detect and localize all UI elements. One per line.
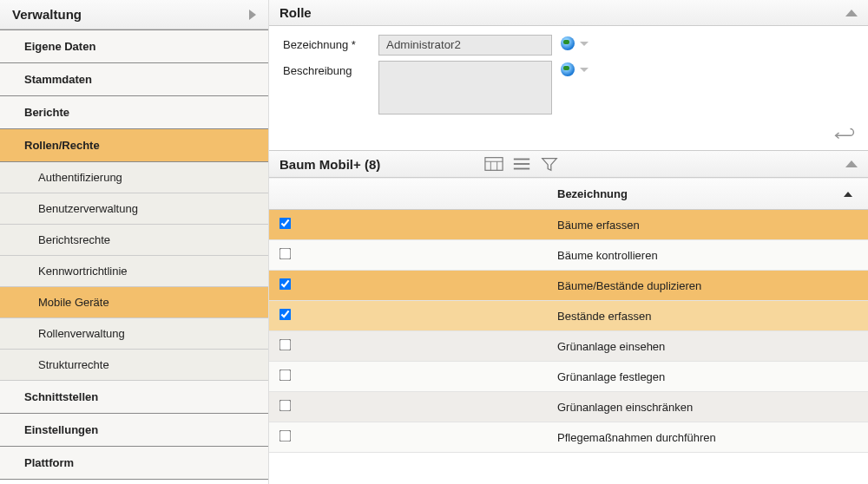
- row-label: Grünanlage festlegen: [557, 370, 665, 383]
- column-bezeichnung[interactable]: Bezeichnung: [557, 187, 628, 200]
- sidebar-sub-mobile-geraete[interactable]: Mobile Geräte: [0, 287, 268, 318]
- sidebar-sub-rollenverwaltung[interactable]: Rollenverwaltung: [0, 318, 268, 350]
- chevron-down-icon[interactable]: [580, 68, 589, 72]
- section-rolle-header: Rolle: [269, 0, 868, 26]
- globe-icon[interactable]: [561, 36, 575, 50]
- row-label: Grünanlage einsehen: [557, 340, 665, 353]
- sidebar-sub-authentifizierung[interactable]: Authentifizierung: [0, 162, 268, 193]
- sidebar: Verwaltung Eigene Daten Stammdaten Beric…: [0, 0, 269, 484]
- row-checkbox[interactable]: [279, 278, 292, 291]
- filter-icon[interactable]: [540, 156, 559, 172]
- sidebar-item-plattform[interactable]: Plattform: [0, 447, 268, 480]
- rolle-form: Bezeichnung * Beschreibung: [269, 26, 868, 125]
- columns-icon[interactable]: [484, 156, 503, 172]
- sidebar-item-eigene-daten[interactable]: Eigene Daten: [0, 29, 268, 63]
- sidebar-item-berichte[interactable]: Berichte: [0, 96, 268, 129]
- row-checkbox[interactable]: [279, 339, 292, 351]
- grid-row[interactable]: Bäume/Bestände duplizieren: [269, 271, 868, 301]
- grid-row[interactable]: Pflegemaßnahmen durchführen: [269, 422, 868, 453]
- grid-row[interactable]: Bestände erfassen: [269, 301, 868, 331]
- sidebar-item-schnittstellen[interactable]: Schnittstellen: [0, 381, 268, 414]
- collapse-permissions-icon[interactable]: [845, 160, 858, 167]
- chevron-down-icon[interactable]: [580, 42, 589, 46]
- grid-row[interactable]: Grünanlage festlegen: [269, 362, 868, 392]
- globe-icon[interactable]: [561, 62, 575, 76]
- sidebar-sub-benutzerverwaltung[interactable]: Benutzerverwaltung: [0, 193, 268, 225]
- sidebar-sub-berichtsrechte[interactable]: Berichtsrechte: [0, 225, 268, 256]
- list-icon[interactable]: [512, 156, 531, 172]
- sort-ascending-icon[interactable]: [844, 192, 852, 197]
- chevron-right-icon[interactable]: [249, 10, 256, 20]
- input-bezeichnung[interactable]: [378, 35, 552, 56]
- sidebar-sub-strukturrechte[interactable]: Strukturrechte: [0, 350, 268, 381]
- label-bezeichnung: Bezeichnung *: [283, 35, 378, 51]
- row-label: Bäume erfassen: [557, 219, 640, 232]
- grid-row[interactable]: Bäume kontrollieren: [269, 240, 868, 271]
- row-checkbox[interactable]: [279, 400, 292, 412]
- row-checkbox[interactable]: [279, 218, 292, 230]
- row-label: Bestände erfassen: [557, 310, 651, 323]
- row-label: Grünanlagen einschränken: [557, 401, 693, 414]
- collapse-rolle-icon[interactable]: [845, 10, 858, 16]
- grid-row[interactable]: Grünanlagen einschränken: [269, 392, 868, 422]
- sidebar-item-rollen-rechte[interactable]: Rollen/Rechte: [0, 129, 268, 162]
- row-checkbox[interactable]: [279, 430, 292, 442]
- row-label: Bäume/Bestände duplizieren: [557, 279, 701, 292]
- sidebar-header: Verwaltung: [0, 0, 268, 29]
- row-label: Pflegemaßnahmen durchführen: [557, 431, 716, 444]
- sidebar-title: Verwaltung: [12, 7, 82, 22]
- grid-column-header: Bezeichnung: [269, 178, 868, 210]
- row-label: Bäume kontrollieren: [557, 249, 658, 262]
- main: Rolle Bezeichnung * Beschreibung Baum Mo…: [269, 0, 868, 484]
- sidebar-item-stammdaten[interactable]: Stammdaten: [0, 63, 268, 96]
- section-permissions-title: Baum Mobil+ (8): [279, 157, 380, 172]
- input-beschreibung[interactable]: [378, 61, 552, 114]
- row-checkbox[interactable]: [279, 248, 292, 260]
- svg-rect-0: [485, 158, 503, 171]
- grid-row[interactable]: Bäume erfassen: [269, 210, 868, 240]
- section-permissions-header: Baum Mobil+ (8): [269, 151, 868, 178]
- sidebar-item-einstellungen[interactable]: Einstellungen: [0, 414, 268, 447]
- label-beschreibung: Beschreibung: [283, 61, 378, 77]
- row-checkbox[interactable]: [279, 309, 292, 321]
- grid-row[interactable]: Grünanlage einsehen: [269, 331, 868, 362]
- row-checkbox[interactable]: [279, 370, 292, 382]
- return-icon[interactable]: [833, 127, 856, 145]
- section-rolle-title: Rolle: [279, 5, 312, 20]
- sidebar-sub-kennwortrichtlinie[interactable]: Kennwortrichtlinie: [0, 256, 268, 287]
- grid-body: Bäume erfassenBäume kontrollierenBäume/B…: [269, 210, 868, 453]
